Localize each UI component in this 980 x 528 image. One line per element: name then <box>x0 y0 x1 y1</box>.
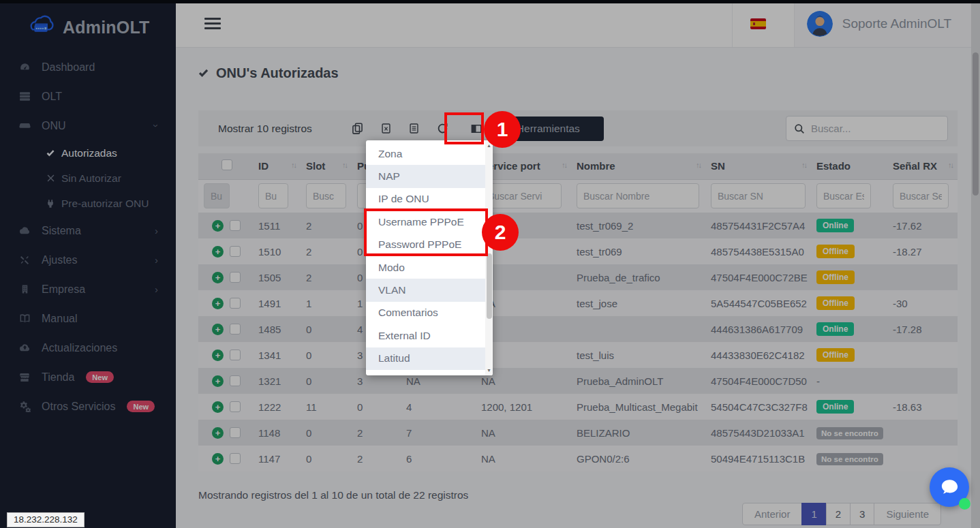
column-menu-item-zona[interactable]: Zona <box>366 142 485 165</box>
column-menu-item-latitud[interactable]: Latitud <box>366 347 485 370</box>
column-menu-item-label: Modo <box>378 262 405 274</box>
browser-status-bar: 18.232.228.132 <box>7 512 85 527</box>
menu-scrollbar[interactable]: ▲ ▼ <box>485 140 493 375</box>
chat-widget-button[interactable] <box>930 467 969 507</box>
scroll-down-icon[interactable]: ▼ <box>485 368 493 373</box>
annotation-badge-2: 2 <box>482 214 519 251</box>
column-menu-item-label: VLAN <box>378 284 406 296</box>
column-menu-item-label: Zona <box>378 148 402 160</box>
column-menu-item-vlan[interactable]: VLAN <box>366 279 485 301</box>
annotation-box-1 <box>444 112 484 144</box>
online-status-dot <box>959 498 970 510</box>
annotation-box-2 <box>364 208 488 256</box>
column-menu-item-comentarios[interactable]: Comentarios <box>366 302 485 324</box>
column-menu-item-label: NAP <box>378 170 400 183</box>
scrollbar-thumb[interactable] <box>487 253 492 319</box>
chat-bubble-icon <box>939 477 960 498</box>
app-window: AdminOLT DashboardOLTONU›AutorizadasSin … <box>0 0 980 528</box>
column-menu-item-label: IP de ONU <box>378 193 429 205</box>
column-visibility-menu: ZonaNAPIP de ONUUsername PPPoEPassword P… <box>366 140 493 375</box>
column-menu-item-ip-de-onu[interactable]: IP de ONU <box>366 188 485 211</box>
column-menu-item-label: Latitud <box>378 352 410 364</box>
column-menu-item-label: Comentarios <box>378 307 438 319</box>
column-menu-item-nap[interactable]: NAP <box>366 165 485 187</box>
column-menu-item-label: External ID <box>378 330 431 342</box>
annotation-badge-1: 1 <box>484 111 521 148</box>
column-menu-item-modo[interactable]: Modo <box>366 256 485 279</box>
column-menu-item-external-id[interactable]: External ID <box>366 324 485 347</box>
